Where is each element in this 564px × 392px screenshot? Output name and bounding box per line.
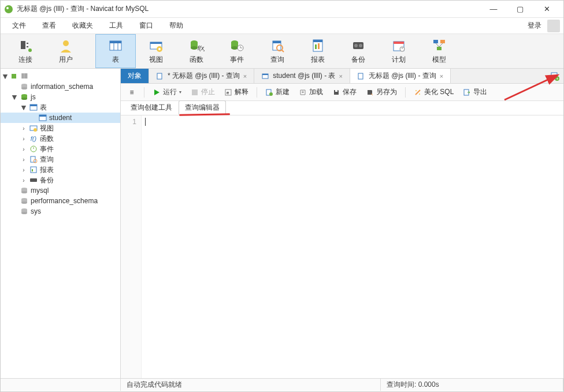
tree-db-information-schema[interactable]: information_schema xyxy=(1,81,120,92)
query-toolbar: ≡ 运行 ▾ 停止 e 解释 新建 加载 xyxy=(121,84,563,101)
database-icon xyxy=(20,92,29,102)
tree-queries-folder[interactable]: › 查询 xyxy=(1,154,120,165)
sub-tab-editor[interactable]: 查询编辑器 xyxy=(179,100,226,115)
editor-body[interactable] xyxy=(142,115,563,378)
svg-point-35 xyxy=(359,44,362,47)
tool-user[interactable]: 用户 xyxy=(46,34,86,68)
connection-tree[interactable]: ⯆ llll information_schema ⯆ js ⯆ 表 stude… xyxy=(1,69,121,378)
status-message: 自动完成代码就绪 xyxy=(121,379,381,391)
tree-views-folder[interactable]: › 视图 xyxy=(1,123,120,133)
event-icon xyxy=(229,38,245,54)
close-button[interactable]: ✕ xyxy=(533,1,560,18)
tree-backups-folder[interactable]: › 备份 xyxy=(1,175,120,185)
save-button[interactable]: 保存 xyxy=(330,86,359,98)
save-icon xyxy=(332,88,340,96)
chevron-right-icon[interactable]: › xyxy=(20,125,27,132)
tree-connection[interactable]: ⯆ llll xyxy=(1,71,120,81)
load-button[interactable]: 加载 xyxy=(296,86,325,98)
svg-text:e: e xyxy=(227,90,229,95)
tool-function[interactable]: f(x) 函数 xyxy=(176,34,217,68)
svg-point-14 xyxy=(158,48,161,50)
query-icon xyxy=(357,72,365,80)
tree-db-js[interactable]: ⯆ js xyxy=(1,92,120,102)
tool-view[interactable]: 视图 xyxy=(136,34,176,68)
database-icon xyxy=(20,186,29,195)
svg-rect-4 xyxy=(27,46,28,47)
tool-event[interactable]: 事件 xyxy=(217,34,257,68)
chevron-down-icon[interactable]: ⯆ xyxy=(11,94,18,100)
tree-db-performance-schema[interactable]: performance_schema xyxy=(1,196,120,206)
tab-query-2[interactable]: 无标题 @js (llll) - 查询 × xyxy=(350,69,451,83)
chevron-right-icon[interactable]: › xyxy=(20,146,27,152)
status-bar: 自动完成代码就绪 查询时间: 0.000s xyxy=(1,378,563,391)
menu-tools[interactable]: 工具 xyxy=(101,18,131,33)
tree-db-sys[interactable]: sys xyxy=(1,206,120,216)
tree-events-folder[interactable]: › 事件 xyxy=(1,144,120,154)
sub-tab-builder[interactable]: 查询创建工具 xyxy=(124,100,179,115)
explain-button[interactable]: e 解释 xyxy=(222,86,251,98)
svg-rect-2 xyxy=(21,41,25,49)
avatar[interactable] xyxy=(547,20,560,32)
query-icon xyxy=(29,155,38,164)
chevron-down-icon[interactable]: ⯆ xyxy=(2,73,9,80)
svg-point-5 xyxy=(28,48,32,52)
menu-help[interactable]: 帮助 xyxy=(161,18,191,33)
report-icon xyxy=(310,38,326,54)
minimize-button[interactable]: — xyxy=(480,1,507,18)
tab-objects[interactable]: 对象 xyxy=(121,69,149,83)
new-tab-button[interactable]: + xyxy=(546,69,563,83)
close-icon[interactable]: × xyxy=(440,73,443,80)
sql-editor[interactable]: 1 xyxy=(121,115,563,378)
chevron-right-icon[interactable]: › xyxy=(20,167,27,173)
svg-point-57 xyxy=(34,128,37,132)
schedule-icon xyxy=(391,38,407,54)
svg-marker-81 xyxy=(154,89,159,95)
main-area: ⯆ llll information_schema ⯆ js ⯆ 表 stude… xyxy=(1,69,563,378)
tree-table-student[interactable]: student xyxy=(1,113,120,123)
close-icon[interactable]: × xyxy=(243,73,247,80)
svg-rect-87 xyxy=(335,90,337,92)
login-link[interactable]: 登录 xyxy=(524,18,545,33)
tool-table[interactable]: 表 xyxy=(95,34,136,68)
chevron-right-icon[interactable]: › xyxy=(20,136,27,142)
tab-table-student[interactable]: student @js (llll) - 表 × xyxy=(254,69,350,83)
chevron-right-icon[interactable]: › xyxy=(20,177,27,184)
svg-point-67 xyxy=(21,191,27,193)
tool-connection[interactable]: 连接 xyxy=(5,34,46,68)
export-button[interactable]: 导出 xyxy=(461,86,489,98)
svg-rect-76 xyxy=(262,74,268,75)
tool-schedule[interactable]: 计划 xyxy=(379,34,419,68)
menu-window[interactable]: 窗口 xyxy=(131,18,161,33)
main-toolbar: 连接 用户 表 视图 f(x) 函数 事件 查询 报表 备份 计划 模型 xyxy=(1,34,563,69)
tree-tables-folder[interactable]: ⯆ 表 xyxy=(1,102,120,113)
backup-icon xyxy=(29,176,38,185)
tree-db-mysql[interactable]: mysql xyxy=(1,185,120,196)
table-icon xyxy=(38,113,47,122)
database-icon xyxy=(20,207,29,216)
tool-model[interactable]: 模型 xyxy=(419,34,459,68)
tree-reports-folder[interactable]: › 报表 xyxy=(1,165,120,175)
close-icon[interactable]: × xyxy=(339,73,342,80)
maximize-button[interactable]: ▢ xyxy=(507,1,533,18)
save-as-button[interactable]: 另存为 xyxy=(363,86,399,98)
tab-query-1[interactable]: * 无标题 @js (llll) - 查询 × xyxy=(149,69,254,83)
svg-rect-3 xyxy=(27,43,28,44)
menu-favorites[interactable]: 收藏夹 xyxy=(64,18,101,33)
table-icon xyxy=(29,103,38,112)
beautify-button[interactable]: 美化 SQL xyxy=(411,86,456,98)
menu-button[interactable]: ≡ xyxy=(125,87,138,98)
svg-point-86 xyxy=(269,92,273,96)
menu-file[interactable]: 文件 xyxy=(4,18,34,33)
stop-button[interactable]: 停止 xyxy=(188,86,217,98)
tool-query[interactable]: 查询 xyxy=(257,34,298,68)
svg-text:+: + xyxy=(556,76,559,81)
chevron-right-icon[interactable]: › xyxy=(20,156,27,163)
chevron-down-icon[interactable]: ⯆ xyxy=(20,104,27,111)
run-button[interactable]: 运行 ▾ xyxy=(150,86,184,98)
tree-functions-folder[interactable]: › f() 函数 xyxy=(1,133,120,144)
tool-report[interactable]: 报表 xyxy=(298,34,338,68)
svg-point-73 xyxy=(21,212,27,214)
new-button[interactable]: 新建 xyxy=(263,86,292,98)
tool-backup[interactable]: 备份 xyxy=(338,34,379,68)
menu-view[interactable]: 查看 xyxy=(34,18,64,33)
